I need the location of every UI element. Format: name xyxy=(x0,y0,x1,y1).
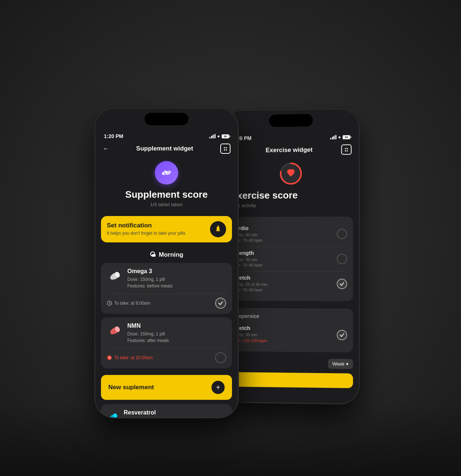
notif-title: Set notification xyxy=(107,222,206,229)
status-bar-front: 1:20 PM ● 90 xyxy=(95,128,238,142)
omega3-features: Features: before meals xyxy=(127,283,226,289)
omega3-time: To take: at 9:00am xyxy=(107,301,150,306)
signal-bars-back xyxy=(330,135,337,140)
status-icons-back: ● 90 xyxy=(330,134,350,140)
omega3-take-time: To take: at 9:00am xyxy=(114,301,150,306)
notif-text: Set notification It helps you don't forg… xyxy=(107,222,206,237)
status-bar-back: 1:20 PM ● 90 xyxy=(224,129,359,144)
nmn-take-time: To take: at 10:00am xyxy=(114,355,153,360)
resveratrol-name: Resveratrol xyxy=(124,409,226,416)
svg-point-6 xyxy=(218,226,219,227)
exercise-score-section: Exercise score 78% activity xyxy=(224,159,359,217)
new-supplement-button[interactable]: New suplement + xyxy=(101,375,232,400)
sun-emoji: 🌤 xyxy=(150,251,156,259)
exercise-check-stretch2[interactable] xyxy=(337,330,347,340)
exercise-item-stretch2: tretch tivity: 30 min lse: 110–120 bpm xyxy=(235,322,347,347)
signal-bar-1 xyxy=(330,138,331,140)
week-button[interactable]: Week ▾ xyxy=(328,359,353,369)
exercise-check-strength[interactable] xyxy=(337,254,347,264)
nmn-features: Features: after meals xyxy=(127,337,226,344)
nmn-dose: Dose: 150mg, 1 pill xyxy=(127,331,226,337)
svg-line-11 xyxy=(109,303,110,304)
calendar-icon-back[interactable] xyxy=(341,144,352,155)
exercise-name-cardio: ardio xyxy=(235,225,337,231)
plus-icon: + xyxy=(211,381,225,394)
omega3-dose: Dose: 150mg, 1 pill xyxy=(127,276,226,283)
signal-bar-2 xyxy=(332,137,333,140)
clock-icon-nmn xyxy=(107,355,112,360)
clock-icon-omega3 xyxy=(107,301,112,306)
dynamic-island-front xyxy=(145,113,188,125)
exercise-item-stretch1: tretch tivity: 25 of 30 minlse: 70–80 bp… xyxy=(235,271,347,296)
back-arrow-front[interactable]: ← xyxy=(102,145,109,153)
nmn-card: NMN Dose: 150mg, 1 pill Features: after … xyxy=(101,317,232,368)
exercise-name-stretch2: tretch xyxy=(235,325,337,332)
nav-bar-front: ← Supplement widget xyxy=(95,142,238,158)
exercise-detail-strength: tivity: 30 minlse: 70–80 bpm xyxy=(235,257,337,268)
new-supplement-label: New suplement xyxy=(108,384,154,391)
nmn-check[interactable] xyxy=(215,352,226,363)
checkmark-stretch1 xyxy=(340,281,345,286)
signal-bar-f4 xyxy=(214,134,215,138)
signal-bar-3 xyxy=(334,136,335,140)
nav-title-back: Exercise widget xyxy=(266,146,312,154)
supplement-score-section: Supplement score 1/6 tablet taken xyxy=(95,158,238,213)
exercise-check-stretch1[interactable] xyxy=(337,279,347,289)
exercise-name-strength: trength xyxy=(235,250,337,256)
omega3-card: Omega 3 Dose: 150mg, 1 pill Features: be… xyxy=(101,263,232,314)
wifi-icon-front: ● xyxy=(217,134,220,139)
signal-bar-f1 xyxy=(209,137,210,138)
exercise-card-2: Expersice tretch tivity: 30 min lse: 110… xyxy=(229,308,353,353)
notification-bell-button[interactable] xyxy=(210,221,226,237)
exercise-detail-stretch2: tivity: 30 min xyxy=(235,332,337,338)
exercise-pulse-stretch2: lse: 110–120 bpm xyxy=(235,338,337,345)
exercise-detail-cardio: tivity: 30 minlse: 70–80 bpm xyxy=(235,232,337,243)
wifi-icon-back: ● xyxy=(338,134,341,140)
calendar-icon-front[interactable] xyxy=(220,144,230,154)
signal-bar-f3 xyxy=(213,135,214,138)
supplement-score-title: Supplement score xyxy=(125,189,207,200)
exercise-check-cardio[interactable] xyxy=(337,229,347,239)
status-icons-front: ● 90 xyxy=(209,134,229,139)
morning-label: Morning xyxy=(159,251,183,259)
exercise-card-1: ardio tivity: 30 minlse: 70–80 bpm treng… xyxy=(229,216,353,301)
supplement-score-subtitle: 1/6 tablet taken xyxy=(150,202,183,207)
supplement-icon-circle xyxy=(155,161,178,185)
supplement-icon xyxy=(160,166,173,179)
week-label: Week xyxy=(332,361,344,367)
signal-bars-front xyxy=(209,134,215,138)
omega3-check[interactable] xyxy=(215,298,226,309)
exercise-name-stretch1: tretch xyxy=(235,274,337,281)
bell-icon xyxy=(214,225,222,233)
resveratrol-capsule xyxy=(108,411,119,417)
status-time-front: 1:20 PM xyxy=(104,133,123,139)
battery-back: 90 xyxy=(343,135,350,139)
nav-bar-back: ← Exercise widget xyxy=(224,143,359,160)
chevron-down-icon: ▾ xyxy=(346,361,349,367)
week-selector[interactable]: Week ▾ xyxy=(224,355,359,372)
nmn-capsule xyxy=(108,323,122,338)
notif-desc: It helps you don't forget to take your p… xyxy=(107,231,206,237)
checkmark-omega3 xyxy=(218,301,223,306)
omega3-name: Omega 3 xyxy=(127,268,226,275)
expersice-label: Expersice xyxy=(235,313,347,320)
signal-bar-4 xyxy=(335,135,336,140)
signal-bar-f2 xyxy=(211,136,212,138)
exercise-progress-ring xyxy=(279,162,303,186)
exercise-item-cardio: ardio tivity: 30 minlse: 70–80 bpm xyxy=(235,222,347,246)
back-phone-bottom-btn[interactable] xyxy=(229,372,353,388)
omega3-capsule xyxy=(108,269,122,283)
nmn-pill-icon xyxy=(107,323,123,339)
omega3-pill-icon xyxy=(107,268,123,284)
battery-front: 90 xyxy=(222,134,229,138)
resveratrol-card: Resveratrol Dose: 150, 1 pill xyxy=(101,404,232,417)
exercise-item-strength: trength tivity: 30 minlse: 70–80 bpm xyxy=(235,247,347,272)
exercise-detail-stretch1: tivity: 25 of 30 minlse: 70–80 bpm xyxy=(235,282,337,293)
morning-section-header: 🌤 Morning xyxy=(95,248,238,263)
nmn-name: NMN xyxy=(127,323,226,329)
notification-banner[interactable]: Set notification It helps you don't forg… xyxy=(101,216,232,242)
checkmark-stretch2 xyxy=(340,332,345,338)
nav-title-front: Supplement widget xyxy=(136,145,193,152)
nmn-time: To take: at 10:00am xyxy=(107,355,153,360)
resveratrol-pill-icon xyxy=(107,410,120,417)
